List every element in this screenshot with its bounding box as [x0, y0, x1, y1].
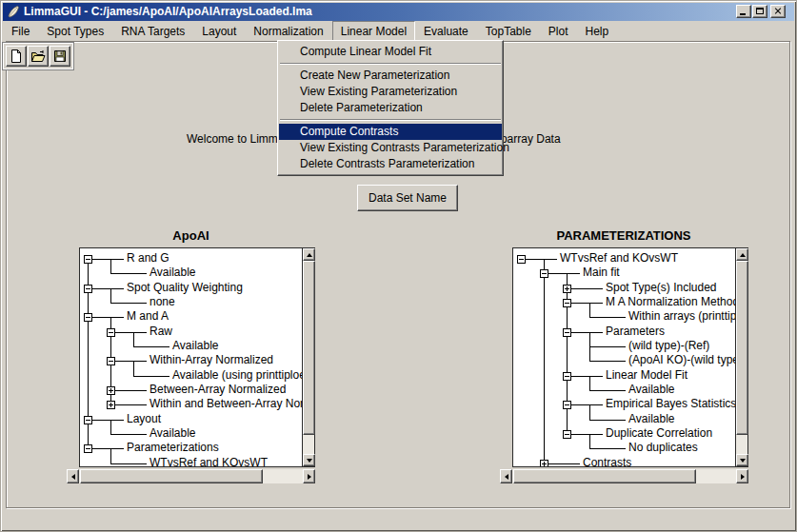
tree-node-available[interactable]: Available [149, 426, 195, 441]
tree-node-within-and-between-array-normalized[interactable]: Within and Between-Array Normalized [149, 397, 302, 411]
tree-node-available[interactable]: Available [172, 339, 218, 353]
tree-node-empirical-bayes-statistics[interactable]: Empirical Bayes Statistics [606, 397, 735, 411]
tree-node-wild-type-ref[interactable]: (wild type)-(Ref) [628, 339, 709, 353]
tree-toggle-collapse-icon[interactable] [84, 255, 92, 264]
tree-toggle-collapse-icon[interactable] [84, 416, 92, 424]
tree-node-available[interactable]: Available [149, 266, 195, 280]
scroll-left-button[interactable] [500, 469, 512, 483]
maximize-button[interactable] [752, 5, 767, 18]
tree-toggle-collapse-icon[interactable] [107, 357, 115, 365]
tree-node-spot-type-s-included[interactable]: Spot Type(s) Included [606, 281, 717, 295]
close-button[interactable] [770, 5, 786, 18]
scroll-up-button[interactable] [303, 248, 315, 261]
open-file-button[interactable] [28, 46, 49, 67]
apoai-horizontal-scrollbar[interactable] [67, 469, 315, 483]
menu-item-file[interactable]: File [3, 21, 38, 41]
menu-option-delete-parameterization[interactable]: Delete Parameterization [279, 100, 502, 116]
menu-option-view-existing-contrasts-parameterization[interactable]: View Existing Contrasts Parameterization [279, 140, 502, 156]
tree-toggle-expand-icon[interactable] [563, 285, 571, 293]
tree-node-within-array-normalized[interactable]: Within-Array Normalized [149, 353, 273, 367]
tree-toggle-collapse-icon[interactable] [563, 401, 571, 409]
menu-option-create-new-parameterization[interactable]: Create New Parameterization [279, 68, 502, 84]
tree-connector-line [589, 361, 626, 362]
scroll-up-button[interactable] [736, 248, 748, 261]
menu-option-compute-contrasts[interactable]: Compute Contrasts [279, 124, 502, 140]
maximize-icon [756, 8, 764, 14]
menu-option-delete-contrasts-parameterization[interactable]: Delete Contrasts Parameterization [279, 156, 502, 172]
menu-option-view-existing-parameterization[interactable]: View Existing Parameterization [279, 84, 502, 100]
menu-item-plot[interactable]: Plot [540, 21, 577, 41]
app-window: LimmaGUI - C:/james/ApoAI/ApoAIArraysLoa… [0, 0, 797, 532]
arrow-down-icon [740, 459, 746, 463]
tree-toggle-collapse-icon[interactable] [517, 255, 526, 264]
tree-node-available-using-printtiploess[interactable]: Available (using printtiploess) [172, 368, 302, 383]
menu-separator [280, 119, 501, 121]
menu-item-toptable[interactable]: TopTable [477, 21, 540, 41]
tree-node-m-a-normalization-method[interactable]: M A Normalization Method [606, 295, 735, 309]
save-file-button[interactable] [50, 46, 70, 67]
tree-node-m-and-a[interactable]: M and A [127, 309, 169, 324]
apoai-tree[interactable]: R and GAvailableSpot Quality Weightingno… [80, 248, 302, 466]
tree-node-no-duplicates[interactable]: No duplicates [628, 441, 698, 455]
tree-node-parameters[interactable]: Parameters [606, 325, 665, 339]
scrollbar-thumb[interactable] [80, 469, 263, 483]
scrollbar-thumb[interactable] [736, 261, 748, 435]
tree-node-available[interactable]: Available [628, 383, 674, 397]
tree-node-r-and-g[interactable]: R and G [127, 251, 169, 266]
parameterizations-horizontal-scrollbar[interactable] [500, 469, 748, 483]
tree-toggle-expand-icon[interactable] [107, 401, 115, 409]
scrollbar-thumb[interactable] [513, 469, 696, 483]
new-document-icon [9, 49, 24, 64]
tree-node-main-fit[interactable]: Main fit [583, 266, 620, 280]
new-file-button[interactable] [6, 46, 27, 67]
tree-toggle-collapse-icon[interactable] [563, 372, 571, 381]
tree-toggle-collapse-icon[interactable] [107, 328, 115, 337]
tree-node-parameterizations[interactable]: Parameterizations [127, 441, 219, 455]
tree-toggle-collapse-icon[interactable] [84, 285, 92, 293]
data-set-name-button[interactable]: Data Set Name [357, 185, 458, 211]
menu-item-help[interactable]: Help [577, 21, 618, 41]
scroll-down-button[interactable] [303, 454, 315, 466]
menu-item-linear-model[interactable]: Linear Model [332, 21, 415, 41]
menu-item-evaluate[interactable]: Evaluate [415, 21, 477, 41]
tree-node-linear-model-fit[interactable]: Linear Model Fit [606, 368, 687, 383]
tree-node-wtvsref-and-kovswt[interactable]: WTvsRef and KOvsWT [560, 251, 678, 266]
tree-node-apoai-ko-wild-type[interactable]: (ApoAI KO)-(wild type) [628, 353, 735, 367]
parameterizations-vertical-scrollbar[interactable] [735, 248, 747, 466]
menu-item-layout[interactable]: Layout [193, 21, 245, 41]
tree-node-layout[interactable]: Layout [127, 412, 161, 426]
scroll-down-button[interactable] [736, 454, 748, 466]
tree-node-within-arrays-printtiploess-only[interactable]: Within arrays (printtiploess) only [628, 309, 735, 324]
tree-toggle-collapse-icon[interactable] [84, 444, 92, 453]
tree-node-wtvsref-and-kovswt[interactable]: WTvsRef and KOvsWT [149, 456, 268, 466]
menu-option-compute-linear-model-fit[interactable]: Compute Linear Model Fit [279, 44, 502, 60]
tree-toggle-expand-icon[interactable] [540, 460, 548, 466]
scroll-right-button[interactable] [303, 469, 315, 483]
tree-connector-line [110, 434, 147, 435]
tree-node-spot-quality-weighting[interactable]: Spot Quality Weighting [127, 281, 243, 295]
tree-node-none[interactable]: none [149, 295, 175, 309]
toolbar [2, 42, 74, 70]
scrollbar-thumb[interactable] [303, 261, 315, 435]
tree-node-contrasts[interactable]: Contrasts [583, 456, 631, 466]
parameterizations-tree[interactable]: WTvsRef and KOvsWTMain fitSpot Type(s) I… [513, 248, 735, 466]
tree-node-raw[interactable]: Raw [149, 325, 172, 339]
tree-toggle-expand-icon[interactable] [107, 386, 115, 395]
tree-connector-line [570, 332, 603, 333]
tree-node-available[interactable]: Available [628, 412, 674, 426]
tree-connector-line [114, 404, 147, 405]
tree-node-duplicate-correlation[interactable]: Duplicate Correlation [606, 426, 712, 441]
scroll-right-button[interactable] [736, 469, 748, 483]
scroll-left-button[interactable] [67, 469, 79, 483]
tree-toggle-collapse-icon[interactable] [540, 269, 548, 278]
menu-item-spot-types[interactable]: Spot Types [38, 21, 112, 41]
menu-item-rna-targets[interactable]: RNA Targets [112, 21, 193, 41]
apoai-vertical-scrollbar[interactable] [302, 248, 314, 466]
tree-toggle-collapse-icon[interactable] [84, 313, 92, 322]
tree-toggle-collapse-icon[interactable] [563, 328, 571, 337]
tree-toggle-collapse-icon[interactable] [563, 299, 571, 307]
minimize-button[interactable] [736, 5, 751, 18]
tree-toggle-collapse-icon[interactable] [563, 430, 571, 439]
tree-node-between-array-normalized[interactable]: Between-Array Normalized [149, 383, 286, 397]
menu-item-normalization[interactable]: Normalization [245, 21, 331, 41]
